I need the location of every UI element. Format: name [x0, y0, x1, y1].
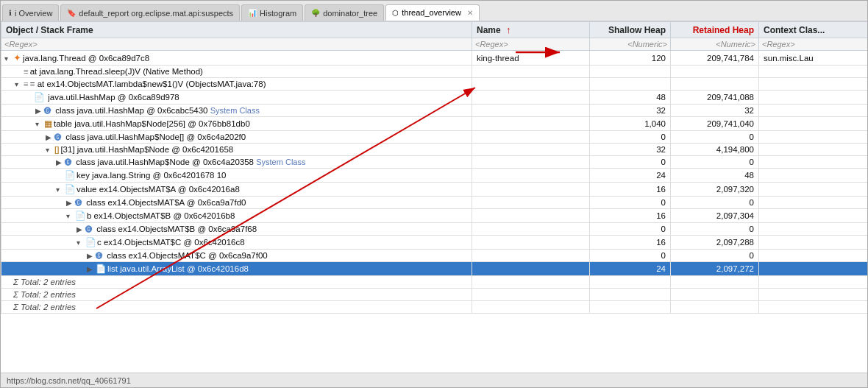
expand-icon[interactable]: ▶ — [87, 252, 96, 260]
status-url: https://blog.csdn.net/qq_40661791 — [7, 376, 131, 385]
cell-retained: 2,097,288 — [671, 236, 759, 250]
tab-overview[interactable]: ℹ i Overview — [2, 4, 59, 21]
cell-object: ▶🅒 class ex14.ObjectsMAT$C @ 0x6ca9a7f00 — [1, 250, 472, 262]
tab-default-report[interactable]: 🔖 default_report org.eclipse.mat.api:sus… — [60, 4, 240, 21]
expand-icon[interactable]: ▾ — [46, 146, 54, 154]
expand-icon[interactable] — [4, 278, 13, 286]
tab-histogram[interactable]: 📊 Histogram — [241, 4, 303, 21]
table-row[interactable]: ▾✦java.lang.Thread @ 0x6ca89d7c8king-thr… — [1, 51, 868, 66]
row-text: b ex14.ObjectsMAT$B @ 0x6c42016b8 — [87, 211, 235, 220]
filter-name[interactable]: <Regex> — [472, 38, 590, 51]
expand-icon[interactable]: ▶ — [35, 107, 44, 115]
cell-object: 📄key java.lang.String @ 0x6c4201678 10 — [1, 169, 472, 183]
table-row[interactable]: Σ Total: 2 entries — [1, 301, 868, 314]
cell-object: ▾📄value ex14.ObjectsMAT$A @ 0x6c42016a8 — [1, 183, 472, 197]
row-type-icon: 🅒 — [96, 252, 103, 260]
cell-object: ▾[][31] java.util.HashMap$Node @ 0x6c420… — [1, 144, 472, 156]
table-row[interactable]: ▾≡= at ex14.ObjectsMAT.lambda$new$1()V (… — [1, 78, 868, 91]
expand-icon[interactable] — [4, 291, 13, 299]
table-row[interactable]: ▶🅒 class ex14.ObjectsMAT$B @ 0x6ca9a7f68… — [1, 223, 868, 236]
table-row[interactable]: ▶🅒 class java.util.HashMap$Node[] @ 0x6c… — [1, 131, 868, 144]
expand-icon[interactable]: ▶ — [87, 265, 96, 273]
expand-icon[interactable]: ▶ — [46, 133, 54, 141]
cell-shallow — [590, 78, 671, 91]
filter-context[interactable]: <Regex> — [759, 38, 868, 51]
cell-object: ▾📄b ex14.ObjectsMAT$B @ 0x6c42016b8 — [1, 209, 472, 223]
expand-icon[interactable]: ▾ — [4, 54, 13, 63]
cell-retained: 209,741,040 — [671, 117, 759, 131]
table-row[interactable]: 📄key java.lang.String @ 0x6c4201678 1024… — [1, 169, 868, 183]
row-text: class ex14.ObjectsMAT$C @ 0x6ca9a7f00 — [104, 251, 268, 260]
cell-context — [759, 117, 868, 131]
row-type-icon: 📄 — [75, 211, 85, 220]
expand-icon[interactable]: ▾ — [35, 120, 44, 128]
expand-icon[interactable] — [4, 303, 13, 311]
tab-close-icon[interactable]: ✕ — [467, 9, 473, 17]
table-row[interactable]: Σ Total: 2 entries — [1, 289, 868, 301]
table-row[interactable]: ≡at java.lang.Thread.sleep(J)V (Native M… — [1, 66, 868, 78]
table-row[interactable]: ▾📄b ex14.ObjectsMAT$B @ 0x6c42016b8162,0… — [1, 209, 868, 223]
cell-context: sun.misc.Lau — [759, 51, 868, 66]
expand-icon[interactable]: ▶ — [66, 199, 75, 207]
table-row[interactable]: ▶📄list java.util.ArrayList @ 0x6c42016d8… — [1, 262, 868, 276]
tab-dominator[interactable]: 🌳 dominator_tree — [305, 4, 384, 21]
cell-shallow: 120 — [590, 51, 671, 66]
expand-icon[interactable] — [56, 172, 65, 180]
row-text: = at ex14.ObjectsMAT.lambda$new$1()V (Ob… — [30, 80, 266, 88]
cell-retained — [671, 301, 759, 314]
expand-icon[interactable]: ▾ — [15, 80, 24, 88]
expand-icon[interactable] — [25, 94, 34, 102]
cell-name — [472, 66, 590, 78]
row-text: class java.util.HashMap$Node[] @ 0x6c4a2… — [63, 133, 246, 141]
expand-icon[interactable]: ▾ — [77, 239, 85, 247]
table-container[interactable]: Object / Stack Frame Name ↑ Shallow Heap… — [1, 21, 867, 314]
cell-retained — [671, 276, 759, 289]
table-row[interactable]: ▶🅒 class ex14.ObjectsMAT$C @ 0x6ca9a7f00… — [1, 250, 868, 262]
table-row[interactable]: ▾[][31] java.util.HashMap$Node @ 0x6c420… — [1, 144, 868, 156]
cell-name — [472, 78, 590, 91]
table-row[interactable]: 📄 java.util.HashMap @ 0x6ca89d97848209,7… — [1, 91, 868, 105]
filter-object[interactable]: <Regex> — [1, 38, 472, 51]
table-body: ▾✦java.lang.Thread @ 0x6ca89d7c8king-thr… — [1, 51, 868, 314]
cell-shallow — [590, 276, 671, 289]
table-row[interactable]: ▶🅒 class java.util.HashMap$Node @ 0x6c4a… — [1, 156, 868, 169]
cell-shallow: 16 — [590, 236, 671, 250]
tab-thread-overview[interactable]: ⬡ thread_overview ✕ — [385, 4, 480, 21]
table-row[interactable]: ▾📄value ex14.ObjectsMAT$A @ 0x6c42016a81… — [1, 183, 868, 197]
cell-retained: 4,194,800 — [671, 144, 759, 156]
expand-icon[interactable]: ▶ — [56, 158, 65, 166]
row-type-icon: 📄 — [65, 171, 75, 180]
expand-icon[interactable]: ▾ — [56, 186, 65, 194]
row-type-icon: 📄 — [65, 185, 75, 194]
filter-retained[interactable]: <Numeric> — [671, 38, 759, 51]
cell-shallow: 16 — [590, 183, 671, 197]
col-name: Name ↑ — [472, 22, 590, 38]
tab-histogram-label: Histogram — [260, 9, 296, 18]
cell-name — [472, 209, 590, 223]
table-row[interactable]: ▾▦table java.util.HashMap$Node[256] @ 0x… — [1, 117, 868, 131]
row-type-icon: [] — [54, 145, 59, 154]
expand-icon[interactable] — [15, 68, 24, 76]
cell-name — [472, 144, 590, 156]
table-row[interactable]: ▾📄c ex14.ObjectsMAT$C @ 0x6c42016c8162,0… — [1, 236, 868, 250]
cell-shallow: 0 — [590, 223, 671, 236]
table-row[interactable]: Σ Total: 2 entries — [1, 276, 868, 289]
cell-retained: 0 — [671, 197, 759, 209]
table-row[interactable]: ▶🅒 class java.util.HashMap @ 0x6cabc5430… — [1, 105, 868, 117]
cell-context — [759, 223, 868, 236]
cell-object: Σ Total: 2 entries — [1, 276, 472, 289]
expand-icon[interactable]: ▾ — [66, 212, 75, 220]
cell-retained: 48 — [671, 169, 759, 183]
row-type-icon: 🅒 — [44, 107, 51, 115]
summary-text: Σ Total: 2 entries — [13, 303, 76, 311]
main-window: ℹ i Overview 🔖 default_report org.eclips… — [0, 0, 868, 388]
expand-icon[interactable]: ▶ — [77, 225, 85, 233]
row-type-icon: 📄 — [85, 238, 96, 247]
cell-name — [472, 289, 590, 301]
cell-object: ▾▦table java.util.HashMap$Node[256] @ 0x… — [1, 117, 472, 131]
cell-name — [472, 276, 590, 289]
filter-shallow[interactable]: <Numeric> — [590, 38, 671, 51]
row-text: value ex14.ObjectsMAT$A @ 0x6c42016a8 — [77, 185, 240, 194]
table-row[interactable]: ▶🅒 class ex14.ObjectsMAT$A @ 0x6ca9a7fd0… — [1, 197, 868, 209]
cell-object: ▾📄c ex14.ObjectsMAT$C @ 0x6c42016c8 — [1, 236, 472, 250]
